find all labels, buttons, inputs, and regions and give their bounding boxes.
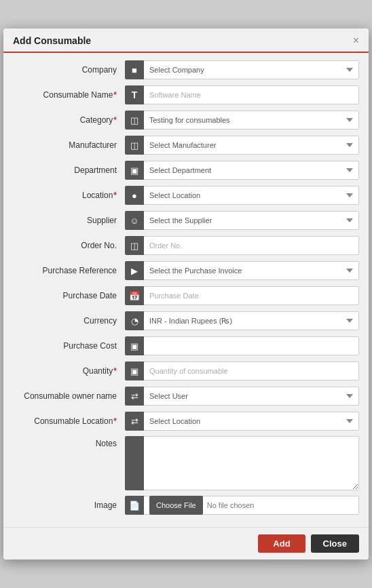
supplier-input-group: ☺ Select the Supplier xyxy=(125,211,359,230)
manufacturer-row: Manufacturer ◫ Select Manufacturer xyxy=(13,135,359,155)
modal-body: Company ■ Select Company Consumable Name… xyxy=(3,53,369,527)
order-no-row: Order No. ◫ xyxy=(13,235,359,256)
add-button[interactable]: Add xyxy=(258,534,305,553)
currency-input-group: ◔ INR - Indian Rupees (₨) xyxy=(125,311,359,330)
currency-label: Currency xyxy=(13,316,125,326)
notes-icon: N xyxy=(125,436,144,490)
location-icon: ● xyxy=(125,186,144,205)
consumable-owner-icon: ⇄ xyxy=(125,387,144,406)
quantity-row: Quantity* ▣ xyxy=(13,361,359,381)
quantity-input[interactable] xyxy=(144,361,359,380)
quantity-label: Quantity* xyxy=(13,366,125,376)
modal-footer: Add Close xyxy=(3,527,369,560)
location-select[interactable]: Select Location xyxy=(144,186,359,205)
modal-header: Add Consumable × xyxy=(3,28,369,53)
category-icon: ◫ xyxy=(125,111,144,130)
purchase-date-label: Purchase Date xyxy=(13,291,125,300)
consumable-owner-select[interactable]: Select User xyxy=(144,387,359,406)
order-no-input[interactable] xyxy=(144,236,359,255)
purchase-date-icon: 📅 xyxy=(125,286,144,305)
category-row: Category* ◫ Testing for consumables xyxy=(13,110,359,130)
consumable-owner-label: Consumable owner name xyxy=(13,391,125,401)
location-row: Location* ● Select Location xyxy=(13,185,359,205)
consumable-name-icon: T xyxy=(125,85,144,104)
purchase-date-input-group: 📅 xyxy=(125,286,359,305)
notes-textarea[interactable] xyxy=(144,436,359,490)
category-select[interactable]: Testing for consumables xyxy=(144,111,359,130)
category-label: Category* xyxy=(13,115,125,125)
purchase-reference-input-group: ▶ Select the Purchase Invoice xyxy=(125,261,359,280)
currency-icon: ◔ xyxy=(125,311,144,330)
department-icon: ▣ xyxy=(125,161,144,180)
consumable-name-row: Consumable Name* T xyxy=(13,85,359,105)
add-consumable-modal: Add Consumable × Company ■ Select Compan… xyxy=(3,28,369,560)
consumable-name-label: Consumable Name* xyxy=(13,90,125,100)
image-row: Image 📄 Choose File No file chosen xyxy=(13,495,359,515)
purchase-cost-input-group: ▣ 0.00 xyxy=(125,336,359,355)
consumable-location-select[interactable]: Select Location xyxy=(144,412,359,431)
close-button[interactable]: Close xyxy=(311,534,359,553)
department-label: Department xyxy=(13,165,125,175)
consumable-location-label: Consumable Location* xyxy=(13,416,125,426)
purchase-cost-input[interactable]: 0.00 xyxy=(144,336,359,355)
company-row: Company ■ Select Company xyxy=(13,60,359,80)
purchase-reference-row: Purchase Reference ▶ Select the Purchase… xyxy=(13,260,359,281)
image-icon: 📄 xyxy=(125,496,144,515)
quantity-input-group: ▣ xyxy=(125,361,359,380)
consumable-owner-row: Consumable owner name ⇄ Select User xyxy=(13,386,359,406)
department-row: Department ▣ Select Department xyxy=(13,160,359,180)
consumable-name-input-group: T xyxy=(125,85,359,104)
image-label: Image xyxy=(13,501,125,510)
manufacturer-icon: ◫ xyxy=(125,136,144,155)
notes-label: Notes xyxy=(13,436,125,448)
purchase-cost-row: Purchase Cost ▣ 0.00 xyxy=(13,336,359,356)
purchase-reference-select[interactable]: Select the Purchase Invoice xyxy=(144,261,359,280)
order-no-icon: ◫ xyxy=(125,236,144,255)
manufacturer-select[interactable]: Select Manufacturer xyxy=(144,136,359,155)
department-select[interactable]: Select Department xyxy=(144,161,359,180)
category-input-group: ◫ Testing for consumables xyxy=(125,111,359,130)
purchase-date-input[interactable] xyxy=(144,286,359,305)
company-select[interactable]: Select Company xyxy=(144,60,359,79)
image-input-group: 📄 Choose File No file chosen xyxy=(125,496,359,515)
order-no-input-group: ◫ xyxy=(125,236,359,255)
company-input-group: ■ Select Company xyxy=(125,60,359,79)
location-input-group: ● Select Location xyxy=(125,186,359,205)
consumable-location-input-group: ⇄ Select Location xyxy=(125,412,359,431)
supplier-icon: ☺ xyxy=(125,211,144,230)
consumable-location-row: Consumable Location* ⇄ Select Location xyxy=(13,411,359,431)
manufacturer-input-group: ◫ Select Manufacturer xyxy=(125,136,359,155)
consumable-name-input[interactable] xyxy=(144,85,359,104)
location-label: Location* xyxy=(13,191,125,200)
modal-close-x[interactable]: × xyxy=(353,35,359,46)
no-file-text: No file chosen xyxy=(207,501,255,509)
choose-file-button[interactable]: Choose File xyxy=(149,496,203,515)
currency-select[interactable]: INR - Indian Rupees (₨) xyxy=(144,311,359,330)
company-icon: ■ xyxy=(125,60,144,79)
supplier-row: Supplier ☺ Select the Supplier xyxy=(13,210,359,231)
department-input-group: ▣ Select Department xyxy=(125,161,359,180)
purchase-reference-icon: ▶ xyxy=(125,261,144,280)
notes-row: Notes N xyxy=(13,436,359,490)
purchase-cost-label: Purchase Cost xyxy=(13,341,125,351)
quantity-icon: ▣ xyxy=(125,361,144,380)
consumable-location-icon: ⇄ xyxy=(125,412,144,431)
consumable-owner-input-group: ⇄ Select User xyxy=(125,387,359,406)
company-label: Company xyxy=(13,65,125,75)
order-no-label: Order No. xyxy=(13,241,125,250)
notes-input-group: N xyxy=(125,436,359,490)
purchase-date-row: Purchase Date 📅 xyxy=(13,286,359,306)
supplier-label: Supplier xyxy=(13,216,125,225)
supplier-select[interactable]: Select the Supplier xyxy=(144,211,359,230)
purchase-reference-label: Purchase Reference xyxy=(13,266,125,275)
purchase-cost-icon: ▣ xyxy=(125,336,144,355)
modal-title: Add Consumable xyxy=(13,35,91,46)
currency-row: Currency ◔ INR - Indian Rupees (₨) xyxy=(13,311,359,331)
manufacturer-label: Manufacturer xyxy=(13,140,125,150)
